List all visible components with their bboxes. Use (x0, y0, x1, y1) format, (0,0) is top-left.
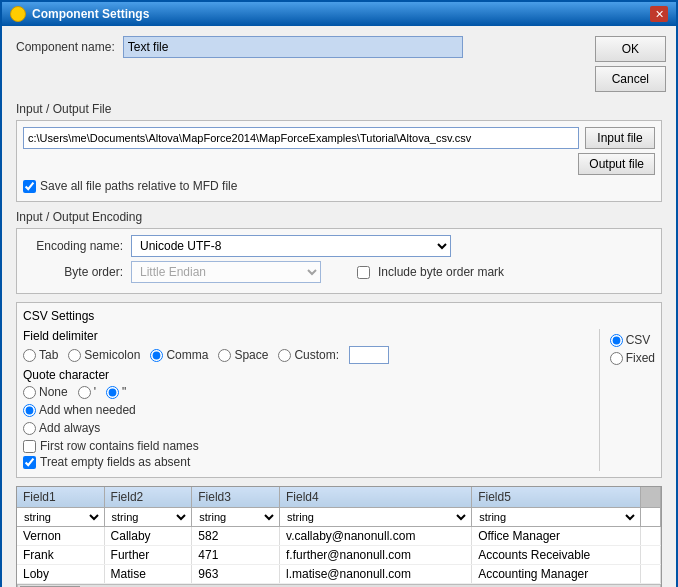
delimiter-options: Tab Semicolon Comma (23, 346, 589, 364)
first-row-label: First row contains field names (40, 439, 199, 453)
col-header-field1: Field1 (17, 487, 104, 508)
byte-order-select[interactable]: Little Endian (131, 261, 321, 283)
table-row: LobyMatise963l.matise@nanonull.comAccoun… (17, 565, 661, 584)
col-header-field2: Field2 (104, 487, 192, 508)
input-file-button[interactable]: Input file (585, 127, 655, 149)
type-cell-1: stringintegerdecimal (17, 508, 104, 527)
none-quote: None (23, 385, 68, 399)
tab-label: Tab (39, 348, 58, 362)
csv-radio[interactable] (610, 334, 623, 347)
table-wrapper[interactable]: Field1 Field2 Field3 Field4 Field5 strin… (17, 487, 661, 584)
type-select-1[interactable]: stringintegerdecimal (19, 509, 102, 525)
cell-extra (641, 527, 661, 546)
io-file-section: Input / Output File Input file Output fi… (16, 102, 662, 202)
comma-radio[interactable] (150, 349, 163, 362)
double-radio[interactable] (106, 386, 119, 399)
close-button[interactable]: ✕ (650, 6, 668, 22)
add-when-needed: Add when needed (23, 403, 136, 417)
encoding-select[interactable]: Unicode UTF-8 (131, 235, 451, 257)
space-radio[interactable] (218, 349, 231, 362)
cell-0-0: Vernon (17, 527, 104, 546)
table-row: VernonCallaby582v.callaby@nanonull.comOf… (17, 527, 661, 546)
none-radio[interactable] (23, 386, 36, 399)
encoding-name-row: Encoding name: Unicode UTF-8 (23, 235, 655, 257)
header-right: OK Cancel (595, 26, 676, 92)
col-header-field5: Field5 (472, 487, 641, 508)
component-name-input[interactable] (123, 36, 463, 58)
table-header-row: Field1 Field2 Field3 Field4 Field5 (17, 487, 661, 508)
field-delimiter-label: Field delimiter (23, 329, 589, 343)
byte-order-label: Byte order: (23, 265, 123, 279)
type-select-3[interactable]: stringintegerdecimal (194, 509, 277, 525)
add-when-needed-radio[interactable] (23, 404, 36, 417)
field-delimiter-row: Field delimiter Tab Semicolon (23, 329, 589, 364)
output-file-button[interactable]: Output file (578, 153, 655, 175)
comma-label: Comma (166, 348, 208, 362)
type-cell-2: stringintegerdecimal (104, 508, 192, 527)
type-select-2[interactable]: stringintegerdecimal (107, 509, 190, 525)
comma-delimiter: Comma (150, 348, 208, 362)
cell-2-1: Matise (104, 565, 192, 584)
header-left: Component name: (2, 26, 595, 92)
data-table: Field1 Field2 Field3 Field4 Field5 strin… (17, 487, 661, 584)
treat-empty-row: Treat empty fields as absent (23, 455, 589, 469)
byte-order-mark-checkbox[interactable] (357, 266, 370, 279)
cell-extra (641, 546, 661, 565)
semicolon-delimiter: Semicolon (68, 348, 140, 362)
col-header-field3: Field3 (192, 487, 280, 508)
tab-radio[interactable] (23, 349, 36, 362)
cell-0-2: 582 (192, 527, 280, 546)
none-label: None (39, 385, 68, 399)
title-bar: Component Settings ✕ (2, 2, 676, 26)
first-row-checkbox[interactable] (23, 440, 36, 453)
add-quote-options: Add when needed (23, 403, 589, 417)
csv-side: CSV Fixed (599, 329, 655, 471)
file-section-box: Input file Output file Save all file pat… (16, 120, 662, 202)
custom-delimiter-input[interactable] (349, 346, 389, 364)
cancel-button[interactable]: Cancel (595, 66, 666, 92)
file-path-input[interactable] (23, 127, 579, 149)
data-table-section: Field1 Field2 Field3 Field4 Field5 strin… (16, 486, 662, 587)
semicolon-radio[interactable] (68, 349, 81, 362)
main-content: Input / Output File Input file Output fi… (2, 92, 676, 587)
custom-delimiter: Custom: (278, 348, 339, 362)
cell-2-0: Loby (17, 565, 104, 584)
ok-button[interactable]: OK (595, 36, 666, 62)
save-relative-label: Save all file paths relative to MFD file (40, 179, 237, 193)
add-always-radio[interactable] (23, 422, 36, 435)
single-radio[interactable] (78, 386, 91, 399)
csv-settings-section: CSV Settings Field delimiter Tab (16, 302, 662, 478)
cell-2-3: l.matise@nanonull.com (280, 565, 472, 584)
add-always-row: Add always (23, 421, 589, 435)
csv-section-box: CSV Settings Field delimiter Tab (16, 302, 662, 478)
cell-1-2: 471 (192, 546, 280, 565)
byte-order-mark-label: Include byte order mark (378, 265, 504, 279)
cell-2-2: 963 (192, 565, 280, 584)
add-always-label: Add always (39, 421, 100, 435)
save-relative-row: Save all file paths relative to MFD file (23, 179, 655, 193)
cell-0-1: Callaby (104, 527, 192, 546)
col-header-field4: Field4 (280, 487, 472, 508)
single-quote: ' (78, 385, 96, 399)
type-cell-4: stringintegerdecimal (280, 508, 472, 527)
window-title: Component Settings (32, 7, 149, 21)
component-name-label: Component name: (16, 40, 115, 54)
space-label: Space (234, 348, 268, 362)
encoding-section-label: Input / Output Encoding (16, 210, 662, 224)
cell-extra (641, 565, 661, 584)
col-header-extra (641, 487, 661, 508)
add-when-needed-label: Add when needed (39, 403, 136, 417)
treat-empty-checkbox[interactable] (23, 456, 36, 469)
type-cell-5: stringintegerdecimal (472, 508, 641, 527)
custom-radio[interactable] (278, 349, 291, 362)
csv-radio-item: CSV (610, 333, 651, 347)
save-relative-checkbox[interactable] (23, 180, 36, 193)
quote-char-row: Quote character None ' (23, 368, 589, 435)
type-cell-extra (641, 508, 661, 527)
semicolon-label: Semicolon (84, 348, 140, 362)
type-select-5[interactable]: stringintegerdecimal (474, 509, 638, 525)
fixed-radio[interactable] (610, 352, 623, 365)
table-row: FrankFurther471f.further@nanonull.comAcc… (17, 546, 661, 565)
type-select-4[interactable]: stringintegerdecimal (282, 509, 469, 525)
single-label: ' (94, 385, 96, 399)
